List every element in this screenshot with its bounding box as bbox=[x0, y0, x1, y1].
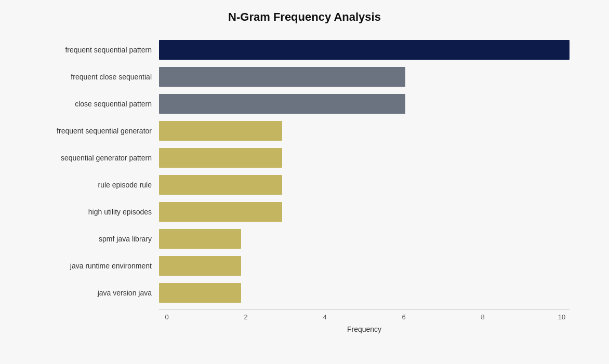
x-tick: 10 bbox=[554, 313, 570, 321]
bar-row: frequent sequential pattern bbox=[39, 36, 570, 63]
bar-fill bbox=[159, 148, 282, 168]
chart-title: N-Gram Frequency Analysis bbox=[39, 10, 570, 24]
bar-row: sequential generator pattern bbox=[39, 144, 570, 171]
bar-fill bbox=[159, 94, 405, 114]
bar-track bbox=[159, 229, 570, 249]
x-tick: 4 bbox=[317, 313, 333, 321]
bar-track bbox=[159, 121, 570, 141]
bar-fill bbox=[159, 202, 282, 222]
bar-row: java version java bbox=[39, 279, 570, 306]
bar-fill bbox=[159, 40, 570, 60]
x-tick: 2 bbox=[238, 313, 254, 321]
bar-fill bbox=[159, 256, 241, 276]
bar-fill bbox=[159, 67, 405, 87]
bar-label: spmf java library bbox=[39, 235, 159, 243]
bar-label: sequential generator pattern bbox=[39, 154, 159, 162]
bar-track bbox=[159, 283, 570, 303]
bar-fill bbox=[159, 175, 282, 195]
bar-fill bbox=[159, 283, 241, 303]
bar-track bbox=[159, 148, 570, 168]
bar-track bbox=[159, 175, 570, 195]
x-axis-ticks: 0246810 bbox=[159, 313, 570, 321]
bar-label: close sequential pattern bbox=[39, 100, 159, 108]
bar-row: frequent sequential generator bbox=[39, 117, 570, 144]
bar-row: close sequential pattern bbox=[39, 90, 570, 117]
bar-fill bbox=[159, 229, 241, 249]
bar-label: java version java bbox=[39, 289, 159, 297]
x-axis: 0246810 Frequency bbox=[159, 309, 570, 333]
x-axis-label: Frequency bbox=[159, 325, 570, 333]
bar-row: high utility episodes bbox=[39, 198, 570, 225]
bar-label: frequent sequential generator bbox=[39, 127, 159, 135]
bar-track bbox=[159, 94, 570, 114]
bar-track bbox=[159, 256, 570, 276]
bar-label: high utility episodes bbox=[39, 208, 159, 216]
bar-track bbox=[159, 67, 570, 87]
bar-row: frequent close sequential bbox=[39, 63, 570, 90]
bar-track bbox=[159, 202, 570, 222]
bar-row: rule episode rule bbox=[39, 171, 570, 198]
bar-label: frequent sequential pattern bbox=[39, 46, 159, 54]
bar-label: java runtime environment bbox=[39, 262, 159, 270]
x-tick: 0 bbox=[159, 313, 175, 321]
chart-area: frequent sequential patternfrequent clos… bbox=[39, 36, 570, 306]
chart-container: N-Gram Frequency Analysis frequent seque… bbox=[19, 0, 590, 364]
bar-row: spmf java library bbox=[39, 225, 570, 252]
bar-fill bbox=[159, 121, 282, 141]
x-axis-line bbox=[159, 309, 570, 310]
x-tick: 6 bbox=[396, 313, 412, 321]
bar-label: frequent close sequential bbox=[39, 73, 159, 81]
bar-row: java runtime environment bbox=[39, 252, 570, 279]
x-tick: 8 bbox=[475, 313, 491, 321]
bar-track bbox=[159, 40, 570, 60]
bar-label: rule episode rule bbox=[39, 181, 159, 189]
